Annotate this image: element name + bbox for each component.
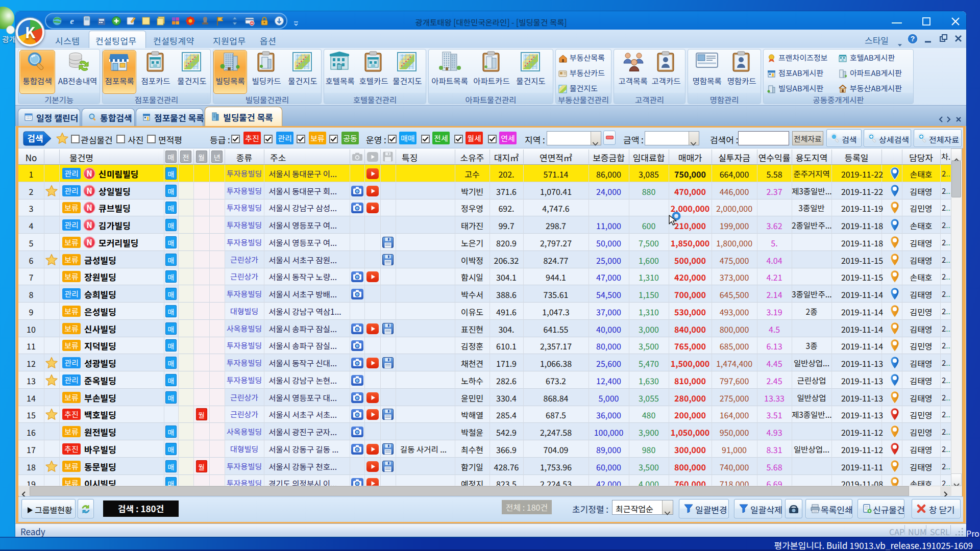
svg-text:N: N [86, 202, 92, 213]
svg-text:e: e [70, 16, 74, 26]
svg-text:N: N [86, 219, 92, 230]
svg-text:N: N [86, 185, 92, 195]
svg-text:검색: 검색 [27, 132, 43, 144]
svg-text:?: ? [911, 35, 915, 43]
svg-text:N: N [86, 167, 92, 178]
svg-text:N: N [86, 236, 92, 247]
